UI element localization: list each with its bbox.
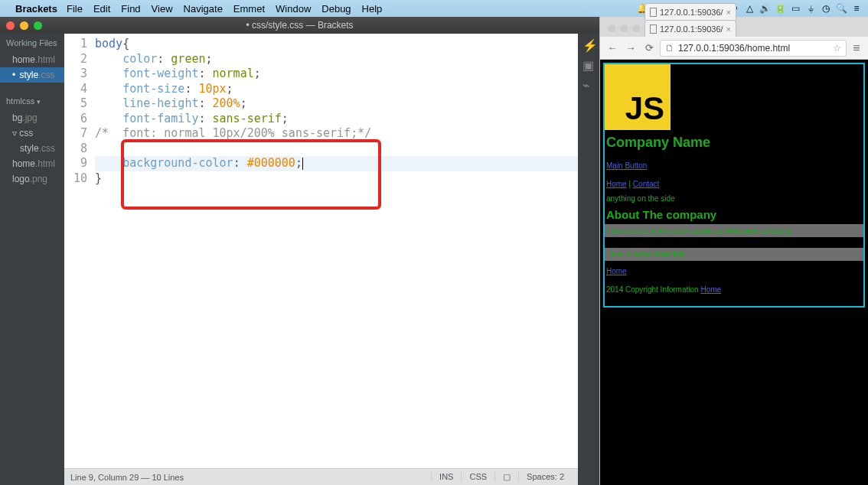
app-name[interactable]: Brackets <box>15 3 57 15</box>
favicon-icon <box>650 24 657 34</box>
browser-tab[interactable]: 127.0.0.1:59036/× <box>644 3 736 20</box>
code[interactable]: body{ color: green; font-weight: normal;… <box>95 37 578 468</box>
about-heading: About The company <box>605 205 863 224</box>
menu-file[interactable]: File <box>67 3 83 15</box>
tab-label: 127.0.0.1:59036/ <box>660 24 723 34</box>
working-file-style[interactable]: • style.css <box>0 67 64 83</box>
code-line[interactable]: color: green; <box>95 52 578 67</box>
company-heading: Company Name <box>605 130 863 155</box>
url-text: 127.0.0.1:59036/home.html <box>678 43 790 54</box>
footer-home-link[interactable]: Home <box>606 267 627 275</box>
js-logo: JS <box>605 64 671 130</box>
page-icon: 🗋 <box>665 43 674 54</box>
brackets-titlebar[interactable]: • css/style.css — Brackets <box>0 17 599 34</box>
brackets-window: • css/style.css — Brackets Working Files… <box>0 17 599 485</box>
chrome-toolbar: ← → ⟳ 🗋 127.0.0.1:59036/home.html ☆ ≡ <box>600 37 868 60</box>
statusbar: Line 9, Column 29 — 10 Lines INS CSS ▢ S… <box>64 468 578 485</box>
tree-item-css[interactable]: ▿ css <box>0 125 64 141</box>
copyright-link[interactable]: Home <box>700 285 721 294</box>
project-header[interactable]: htmlcss ▾ <box>0 92 64 110</box>
code-line[interactable]: /* font: normal 10px/200% sans-serif;*/ <box>95 126 578 142</box>
zoom-icon[interactable] <box>632 24 640 32</box>
cursor-position: Line 9, Column 29 — 10 Lines <box>70 473 184 482</box>
wifi-icon[interactable]: ⏚ <box>805 3 816 14</box>
right-rail: ⚡ ▣ ⌁ <box>578 34 599 485</box>
omnibox[interactable]: 🗋 127.0.0.1:59036/home.html ☆ <box>660 40 847 57</box>
editor[interactable]: 12345678910 body{ color: green; font-wei… <box>64 34 578 485</box>
live-preview-icon[interactable]: ⚡ <box>582 38 595 50</box>
menu-emmet[interactable]: Emmet <box>233 3 265 15</box>
chrome-window: 127.0.0.1:59036/×127.0.0.1:59036/× ← → ⟳… <box>599 17 868 485</box>
display-icon[interactable]: ▭ <box>790 3 801 14</box>
tab-label: 127.0.0.1:59036/ <box>660 8 723 17</box>
tab-close-icon[interactable]: × <box>726 24 731 34</box>
code-line[interactable]: body{ <box>95 37 578 52</box>
code-line[interactable]: background-color: #000000; <box>95 156 578 171</box>
lang-mode[interactable]: CSS <box>461 472 494 482</box>
minimize-icon[interactable] <box>20 21 28 30</box>
menu-window[interactable]: Window <box>276 3 311 15</box>
menu-edit[interactable]: Edit <box>93 3 110 15</box>
spotlight-icon[interactable]: 🔍 <box>836 3 847 14</box>
chrome-menu-icon[interactable]: ≡ <box>850 41 863 55</box>
clock-icon[interactable]: ◷ <box>821 3 831 14</box>
forward-button[interactable]: → <box>623 41 638 56</box>
menu-help[interactable]: Help <box>362 3 383 15</box>
drive-icon[interactable]: △ <box>744 3 755 14</box>
side-text: anything on the side <box>605 192 863 205</box>
volume-icon[interactable]: 🔊 <box>759 3 770 14</box>
extension-icon[interactable]: ▣ <box>582 58 595 70</box>
tree-item-style[interactable]: style.css <box>0 141 64 156</box>
sidebar: Working Files home.html• style.css htmlc… <box>0 34 64 485</box>
list-icon[interactable]: ≡ <box>851 3 862 14</box>
menu-view[interactable]: View <box>152 3 173 15</box>
code-line[interactable]: font-weight: normal; <box>95 67 578 82</box>
copyright-text: 2014 Copyright Information <box>606 285 700 294</box>
code-line[interactable] <box>95 142 578 157</box>
nav-home-link[interactable]: Home <box>606 180 627 188</box>
gutter: 12345678910 <box>64 37 95 468</box>
chrome-tabstrip: 127.0.0.1:59036/×127.0.0.1:59036/× <box>600 17 868 37</box>
close-icon[interactable] <box>6 21 15 30</box>
reload-button[interactable]: ⟳ <box>641 41 657 56</box>
code-line[interactable]: font-family: sans-serif; <box>95 112 578 127</box>
nav-contact-link[interactable]: Contact <box>633 180 659 188</box>
ins-mode[interactable]: INS <box>431 472 461 482</box>
menu-navigate[interactable]: Navigate <box>184 3 223 15</box>
zoom-icon[interactable] <box>34 21 42 30</box>
working-files-header[interactable]: Working Files <box>0 34 64 52</box>
page-viewport[interactable]: JS Company Name Main Button Home | Conta… <box>600 60 868 485</box>
lint-status[interactable]: ▢ <box>494 472 518 482</box>
indent-mode[interactable]: Spaces: 2 <box>518 472 572 482</box>
tree-item-logo[interactable]: logo.png <box>0 171 64 187</box>
code-line[interactable]: font-size: 10px; <box>95 82 578 97</box>
bookmark-icon[interactable]: ☆ <box>833 43 841 54</box>
tree-item-bg[interactable]: bg.jpg <box>0 110 64 125</box>
battery-icon[interactable]: 🔋 <box>775 3 785 14</box>
code-line[interactable]: line-height: 200%; <box>95 96 578 112</box>
menu-find[interactable]: Find <box>121 3 140 15</box>
working-file-home[interactable]: home.html <box>0 52 64 67</box>
tab-close-icon[interactable]: × <box>726 8 731 17</box>
about-info2: Here is some more info <box>605 248 863 261</box>
tree-item-home[interactable]: home.html <box>0 156 64 171</box>
favicon-icon <box>650 8 657 17</box>
main-button-link[interactable]: Main Button <box>606 161 647 170</box>
menu-debug[interactable]: Debug <box>321 3 351 15</box>
minimize-icon[interactable] <box>620 24 628 32</box>
back-button[interactable]: ← <box>605 41 620 56</box>
tools-icon[interactable]: ⌁ <box>582 78 595 90</box>
about-info1: This is some information about our Aweso… <box>605 224 863 237</box>
close-icon[interactable] <box>608 24 615 32</box>
code-line[interactable]: } <box>95 171 578 187</box>
window-title: • css/style.css — Brackets <box>246 20 353 31</box>
browser-tab[interactable]: 127.0.0.1:59036/× <box>644 20 736 37</box>
